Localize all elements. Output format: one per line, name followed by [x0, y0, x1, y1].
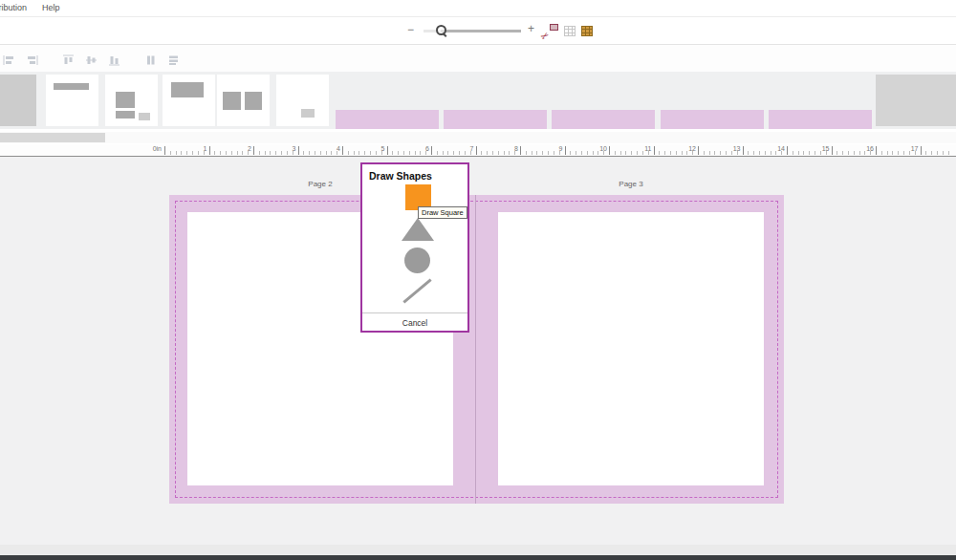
- layout-placeholder-box: [245, 92, 263, 110]
- ruler-minor-tick: [826, 151, 827, 155]
- spread-thumb-3[interactable]: [552, 110, 655, 129]
- ruler-minor-tick: [593, 151, 594, 155]
- ruler-minor-tick: [320, 151, 321, 155]
- distribute-horizontal-icon[interactable]: [144, 53, 158, 64]
- layout-placeholder-box: [116, 92, 135, 108]
- draw-triangle-button[interactable]: [402, 218, 434, 241]
- page-3-label: Page 3: [498, 180, 764, 188]
- spread-thumb-2[interactable]: [444, 110, 547, 129]
- ruler-minor-tick: [676, 151, 677, 155]
- align-middle-icon[interactable]: [85, 53, 98, 64]
- ruler-minor-tick: [420, 151, 421, 155]
- zoom-out-button[interactable]: −: [407, 23, 414, 36]
- ruler-number-label: 7: [461, 145, 474, 152]
- ruler-number-label: 10: [594, 145, 607, 152]
- ruler-minor-tick: [771, 151, 771, 155]
- align-left-icon[interactable]: [3, 53, 16, 64]
- ruler-minor-tick: [648, 151, 649, 155]
- magnifier-icon: [435, 24, 448, 37]
- ruler-minor-tick: [704, 151, 705, 155]
- align-bottom-icon[interactable]: [108, 53, 121, 64]
- dialog-separator: [362, 312, 467, 313]
- ruler-minor-tick: [892, 151, 893, 155]
- page-3-surface[interactable]: [498, 212, 764, 485]
- cancel-button[interactable]: Cancel: [362, 318, 467, 328]
- align-right-icon[interactable]: [26, 53, 39, 64]
- ruler-minor-tick: [881, 151, 882, 155]
- ruler-minor-tick: [781, 151, 782, 155]
- ruler-minor-tick: [170, 151, 171, 155]
- crop-photo-icon[interactable]: ✂: [542, 24, 558, 38]
- ruler-minor-tick: [481, 151, 482, 155]
- spread-thumb-4[interactable]: [661, 110, 764, 129]
- draw-line-button[interactable]: [402, 278, 431, 303]
- ruler-minor-tick: [354, 151, 355, 155]
- draw-square-tooltip: Draw Square: [418, 206, 467, 219]
- scrollbar-thumb[interactable]: [0, 133, 105, 142]
- ruler-minor-tick: [315, 151, 315, 155]
- view-tools-group: ✂: [542, 22, 593, 39]
- ruler-minor-tick: [559, 151, 560, 155]
- ruler-minor-tick: [504, 151, 505, 155]
- layout-thumb-full-photo[interactable]: [0, 75, 36, 126]
- spread-thumb-1[interactable]: [336, 110, 439, 129]
- ruler-minor-tick: [842, 151, 843, 155]
- ruler-minor-tick: [492, 151, 493, 155]
- ruler-minor-tick: [293, 151, 293, 155]
- menu-item-help[interactable]: Help: [42, 3, 60, 12]
- ruler-number-label: 11: [639, 145, 652, 152]
- ruler-minor-tick: [753, 151, 754, 155]
- ruler-minor-tick: [576, 151, 576, 155]
- zoom-in-button[interactable]: +: [528, 22, 534, 35]
- grid-view-icon[interactable]: [564, 26, 576, 36]
- ruler-minor-tick: [864, 151, 865, 155]
- grid-view-active-icon[interactable]: [581, 26, 593, 36]
- ruler-major-tick: [431, 146, 432, 155]
- ruler-number-label: 6: [416, 145, 429, 152]
- layout-placeholder-box: [54, 83, 88, 91]
- ruler-major-tick: [698, 146, 699, 155]
- layout-thumb-collage[interactable]: [105, 75, 158, 126]
- ruler-number-label: 3: [283, 145, 296, 152]
- ruler-number-label: 1: [194, 145, 207, 152]
- distribute-top-icon[interactable]: [62, 53, 76, 64]
- ruler-minor-tick: [248, 151, 249, 155]
- ruler-minor-tick: [470, 151, 471, 155]
- draw-circle-button[interactable]: [404, 248, 430, 273]
- strip-scrollbar[interactable]: [0, 132, 956, 143]
- ruler-minor-tick: [915, 151, 916, 155]
- zoom-slider-handle[interactable]: [435, 24, 448, 37]
- menu-item-tribution[interactable]: tribution: [0, 3, 27, 12]
- layout-thumb-small-caption[interactable]: [276, 75, 329, 126]
- layout-thumb-banner[interactable]: [163, 75, 215, 126]
- ruler-minor-tick: [748, 151, 749, 155]
- spread-thumb-5[interactable]: [769, 110, 872, 129]
- ruler-minor-tick: [615, 151, 616, 155]
- ruler-minor-tick: [242, 151, 243, 155]
- ruler-minor-tick: [737, 151, 738, 155]
- distribute-vertical-icon[interactable]: [167, 53, 181, 64]
- ruler-minor-tick: [214, 151, 215, 155]
- ruler-minor-tick: [731, 151, 732, 155]
- ruler-minor-tick: [714, 151, 715, 155]
- ruler-major-tick: [787, 146, 788, 155]
- ruler-minor-tick: [554, 151, 554, 155]
- ruler-minor-tick: [259, 151, 260, 155]
- ruler-minor-tick: [509, 151, 510, 155]
- ruler-minor-tick: [542, 151, 543, 155]
- layout-placeholder-box: [171, 82, 204, 98]
- ruler-minor-tick: [859, 151, 860, 155]
- ruler-minor-tick: [364, 151, 365, 155]
- ruler-number-label: 16: [860, 145, 874, 152]
- ruler-minor-tick: [331, 151, 332, 155]
- ruler-major-tick: [832, 146, 833, 155]
- ruler-minor-tick: [720, 151, 721, 155]
- ruler-minor-tick: [532, 151, 532, 155]
- layout-thumb-two-up[interactable]: [217, 75, 270, 126]
- layout-thumb-title-bar[interactable]: [46, 75, 98, 126]
- ruler-major-tick: [876, 146, 877, 155]
- strip-end-block[interactable]: [876, 75, 956, 126]
- ruler-major-tick: [743, 146, 744, 155]
- ruler-major-tick: [520, 146, 521, 155]
- zoom-slider-track[interactable]: [424, 30, 521, 32]
